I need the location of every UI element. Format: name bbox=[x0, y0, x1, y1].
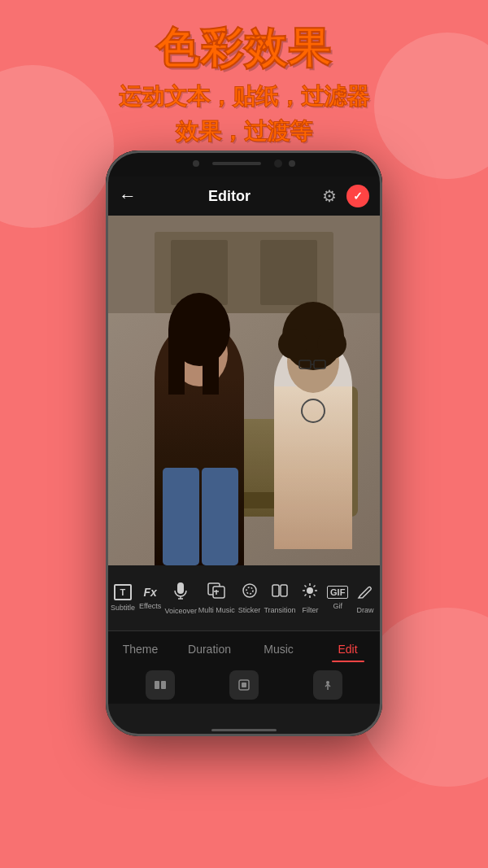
confirm-button[interactable]: ✓ bbox=[346, 185, 369, 207]
settings-icon[interactable]: ⚙ bbox=[322, 186, 337, 206]
camera-lens bbox=[274, 159, 282, 168]
svg-line-46 bbox=[314, 585, 316, 587]
svg-rect-48 bbox=[155, 681, 159, 689]
tab-edit[interactable]: Edit bbox=[313, 636, 382, 662]
subtitle-label: Subtitle bbox=[111, 604, 135, 612]
svg-rect-32 bbox=[213, 587, 224, 598]
subtitle-line2: 效果，过渡等 bbox=[16, 116, 472, 147]
tool-gif[interactable]: GIF Gif bbox=[325, 586, 351, 610]
effects-label: Effects bbox=[139, 602, 161, 610]
svg-rect-38 bbox=[281, 585, 287, 596]
svg-point-52 bbox=[326, 681, 329, 684]
draw-label: Draw bbox=[356, 606, 373, 614]
sticker-label: Sticker bbox=[238, 606, 261, 614]
nav-icon-1[interactable] bbox=[146, 670, 175, 700]
voiceover-label: Voiceover bbox=[164, 607, 197, 615]
nav-icon-2[interactable] bbox=[229, 670, 259, 700]
header-icons: ⚙ ✓ bbox=[322, 185, 369, 207]
camera-led bbox=[193, 160, 199, 167]
photo-svg bbox=[106, 216, 382, 565]
tool-draw[interactable]: Draw bbox=[352, 582, 378, 614]
transition-icon bbox=[272, 582, 288, 603]
effects-icon: Fx bbox=[144, 586, 157, 599]
multi-music-icon bbox=[207, 582, 225, 603]
gif-icon: GIF bbox=[327, 586, 348, 599]
transition-label: Transition bbox=[264, 606, 295, 614]
nav-icon-3[interactable] bbox=[313, 670, 342, 700]
filter-icon bbox=[302, 582, 318, 603]
svg-rect-28 bbox=[177, 582, 184, 594]
svg-line-47 bbox=[305, 594, 307, 595]
video-preview bbox=[106, 216, 382, 565]
tool-transition[interactable]: Transition bbox=[264, 582, 295, 614]
voiceover-icon bbox=[173, 582, 188, 604]
header-area: 色彩效果 运动文本，贴纸，过滤器 效果，过渡等 bbox=[0, 8, 488, 159]
sticker-icon bbox=[242, 582, 258, 603]
svg-line-44 bbox=[305, 585, 307, 587]
svg-line-45 bbox=[314, 594, 316, 595]
svg-rect-27 bbox=[106, 216, 382, 565]
svg-point-35 bbox=[243, 584, 256, 597]
svg-rect-49 bbox=[161, 681, 166, 689]
phone-mockup: ← Editor ⚙ ✓ bbox=[106, 150, 382, 736]
svg-point-39 bbox=[307, 587, 313, 594]
tool-voiceover[interactable]: Voiceover bbox=[164, 582, 197, 615]
tool-subtitle[interactable]: T Subtitle bbox=[110, 584, 136, 612]
tab-music[interactable]: Music bbox=[244, 636, 313, 662]
main-title: 色彩效果 bbox=[16, 20, 472, 77]
bottom-toolbar: T Subtitle Fx Effects Voiceover bbox=[106, 565, 382, 630]
svg-rect-37 bbox=[272, 585, 279, 596]
bottom-nav-preview bbox=[106, 666, 382, 704]
tab-bar: Theme Duration Music Edit bbox=[106, 630, 382, 666]
tool-multi-music[interactable]: Multi Music bbox=[198, 582, 235, 614]
app-header: ← Editor ⚙ ✓ bbox=[106, 177, 382, 216]
gif-label: Gif bbox=[333, 602, 342, 610]
tab-theme[interactable]: Theme bbox=[106, 636, 175, 662]
tab-duration[interactable]: Duration bbox=[175, 636, 244, 662]
tool-effects[interactable]: Fx Effects bbox=[137, 586, 163, 610]
sensor-dot bbox=[289, 160, 295, 167]
svg-point-36 bbox=[246, 587, 253, 594]
subtitle-line1: 运动文本，贴纸，过滤器 bbox=[16, 81, 472, 112]
subtitle-icon: T bbox=[114, 584, 132, 600]
tool-sticker[interactable]: Sticker bbox=[237, 582, 263, 614]
speaker-bar bbox=[212, 162, 261, 165]
home-indicator bbox=[211, 729, 277, 731]
draw-icon bbox=[357, 582, 373, 603]
filter-label: Filter bbox=[302, 606, 318, 614]
tool-filter[interactable]: Filter bbox=[297, 582, 323, 614]
svg-rect-51 bbox=[242, 683, 246, 687]
multi-music-label: Multi Music bbox=[198, 606, 235, 614]
back-button[interactable]: ← bbox=[119, 185, 137, 207]
app-title: Editor bbox=[208, 188, 251, 205]
